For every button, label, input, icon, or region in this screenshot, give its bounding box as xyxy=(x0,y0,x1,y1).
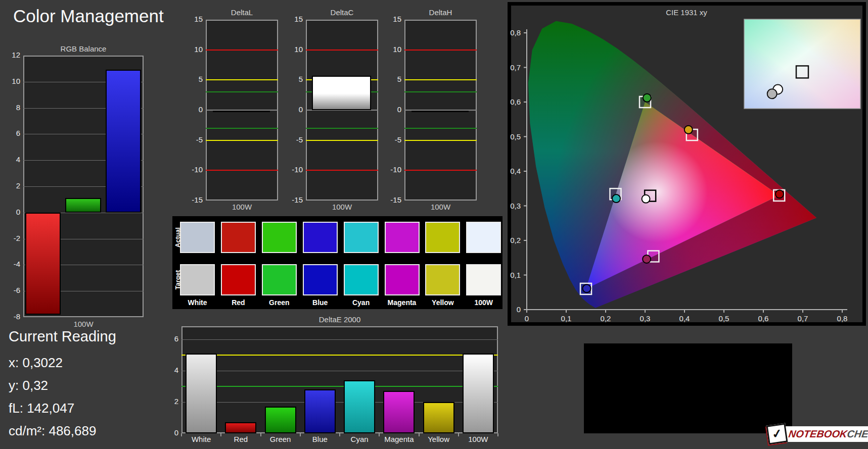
rgb-ytick-label: -8 xyxy=(0,312,20,321)
delta_c-ytick-label: 10 xyxy=(286,45,303,54)
swatch-actual-blue xyxy=(303,222,338,253)
delta-h-plot xyxy=(404,20,477,201)
swatch-target-red xyxy=(221,264,256,295)
delta_l-ytick-label: 10 xyxy=(186,45,203,54)
delta_l-bar xyxy=(213,111,270,112)
de-axis-tick xyxy=(379,433,380,436)
delta_c-ytick-label: -5 xyxy=(286,135,303,144)
delta_l-refline xyxy=(206,170,278,171)
delta_h-ytick-label: -15 xyxy=(384,195,401,204)
delta_c-ytick-label: 5 xyxy=(286,75,303,83)
de-bar-cyan xyxy=(344,380,375,433)
cie-whitepoint-inset xyxy=(744,19,860,109)
logo-check: CHECK xyxy=(846,428,868,439)
logo-notebook: NOTEBOOK xyxy=(788,428,848,439)
column-label: Yellow xyxy=(422,298,463,307)
column-label: Red xyxy=(218,298,259,307)
cie-ytick-label: 0,6 xyxy=(510,97,521,106)
rgb-balance-plot xyxy=(23,56,144,317)
de-axis-tick xyxy=(260,433,261,436)
delta_h-ytick-label: 5 xyxy=(384,75,401,83)
cie-actual-white xyxy=(642,195,650,203)
delta_c-ytick-label: -10 xyxy=(286,165,303,174)
de-axis-tick xyxy=(300,433,301,436)
delta-e2000-title: DeltaE 2000 xyxy=(181,315,498,324)
swatch-target-blue xyxy=(303,264,338,295)
de-gridline xyxy=(181,371,498,371)
de-ytick-label: 0 xyxy=(166,428,178,437)
delta_h-refline xyxy=(404,140,477,141)
cie-ytick-label: 0,7 xyxy=(510,63,521,72)
page-title: Color Management xyxy=(13,6,164,26)
swatch-target-green xyxy=(262,264,297,295)
rgb-balance-xlabel: 100W xyxy=(23,320,144,328)
delta_h-ytick-label: 10 xyxy=(384,45,401,54)
delta_h-ytick-label: 0 xyxy=(384,105,401,114)
delta_l-refline xyxy=(206,91,278,92)
cie-actual-yellow xyxy=(684,126,693,134)
cie-actual-magenta xyxy=(643,255,651,263)
delta_h-refline xyxy=(404,49,477,51)
cie-actual-red xyxy=(775,190,784,198)
delta_c-ytick-label: -15 xyxy=(286,195,303,204)
de-ytick-label: 6 xyxy=(166,334,178,343)
delta-c-title: DeltaC xyxy=(306,8,378,17)
cie-xtick-label: 0,3 xyxy=(640,314,651,323)
delta_c-ytick-label: 15 xyxy=(286,15,303,23)
delta_l-ytick-label: 15 xyxy=(186,15,203,23)
de-axis-tick xyxy=(419,433,420,436)
rgb-ytick-label: 8 xyxy=(0,103,20,112)
delta-h-title: DeltaH xyxy=(404,8,477,17)
delta_c-refline xyxy=(306,140,378,141)
delta_l-refline xyxy=(206,128,278,129)
column-label: Green xyxy=(259,298,300,307)
de-category-label: Magenta xyxy=(379,435,419,443)
reading-cdm2: cd/m²: 486,689 xyxy=(9,423,96,439)
delta-l-title: DeltaL xyxy=(206,8,278,17)
de-axis-tick xyxy=(497,433,498,436)
delta_l-ytick-label: -15 xyxy=(186,195,203,204)
delta-c-xlabel: 100W xyxy=(306,203,378,211)
rgb-ytick-label: 12 xyxy=(0,51,20,59)
column-label: Cyan xyxy=(341,298,382,307)
cie-xtick-label: 0,5 xyxy=(719,314,729,323)
de-refline xyxy=(181,386,498,387)
de-category-label: Blue xyxy=(300,435,340,443)
cie-xtick-label: 0,2 xyxy=(601,314,611,323)
measurement-preview-area xyxy=(584,343,792,433)
cie-xtick-label: 0 xyxy=(525,314,529,323)
reading-x: x: 0,3022 xyxy=(9,355,63,371)
swatch-target-white xyxy=(180,264,215,295)
swatch-target-magenta xyxy=(385,264,420,295)
delta_h-refline xyxy=(404,170,477,171)
cie-title: CIE 1931 xy xyxy=(666,8,707,17)
de-category-label: 100W xyxy=(459,435,498,443)
de-bar-100w xyxy=(463,354,494,433)
reading-fl: fL: 142,047 xyxy=(9,401,74,416)
swatch-actual-red xyxy=(221,222,256,253)
de-bar-blue xyxy=(304,389,336,433)
swatch-actual-green xyxy=(262,222,297,253)
delta_h-ytick-label: -5 xyxy=(384,135,401,144)
rgb-ytick-label: 10 xyxy=(0,77,20,85)
rgb-bar-red xyxy=(25,213,61,315)
cie-ytick-label: 0 xyxy=(517,305,521,314)
delta_l-ytick-label: 0 xyxy=(186,105,203,114)
delta-l-xlabel: 100W xyxy=(206,203,278,211)
delta_l-ytick-label: 5 xyxy=(186,75,203,83)
check-glyph: ✓ xyxy=(771,426,783,442)
delta-h-xlabel: 100W xyxy=(404,203,477,211)
rgb-bar-green xyxy=(65,198,101,212)
check-icon: ✓ xyxy=(766,423,788,445)
cie-xtick-label: 0,8 xyxy=(837,314,848,323)
column-label: Magenta xyxy=(382,298,423,307)
column-label: Blue xyxy=(300,298,341,307)
rgb-ytick-label: -6 xyxy=(0,286,20,294)
delta_c-bar xyxy=(312,76,371,110)
de-refline xyxy=(181,355,498,356)
delta_c-refline xyxy=(306,128,378,129)
rgb-ytick-label: 0 xyxy=(0,208,20,216)
de-ytick-label: 4 xyxy=(166,366,178,374)
de-category-label: Green xyxy=(261,435,300,443)
color-management-screen: Color Management RGB Balance 100W DeltaL… xyxy=(0,0,868,449)
